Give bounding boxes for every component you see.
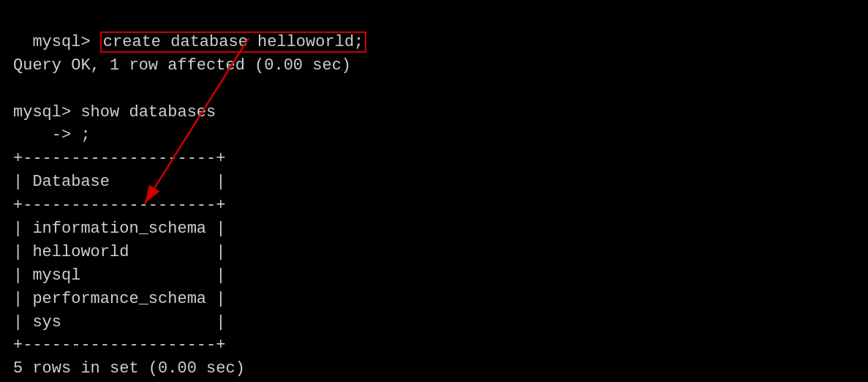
line-4: -> ; (13, 126, 91, 144)
table-border-1: +--------------------+ (13, 149, 225, 168)
prompt-1: mysql> (32, 33, 99, 51)
result-line: 5 rows in set (0.00 sec) (13, 359, 245, 378)
prompt-2: mysql> (13, 103, 80, 121)
table-row-5: | sys | (13, 313, 225, 332)
command-2: show databases (80, 103, 216, 121)
table-row-4: | performance_schema | (13, 290, 225, 308)
table-border-2: +--------------------+ (13, 196, 225, 214)
terminal-output: mysql> create database helloworld; Query… (13, 7, 855, 381)
command-highlighted: create database helloworld; (100, 31, 366, 53)
table-border-3: +--------------------+ (13, 336, 225, 354)
line-2: Query OK, 1 row affected (0.00 sec) (13, 56, 351, 75)
line-3: mysql> show databases (13, 103, 216, 121)
line-1: mysql> create database helloworld; (32, 31, 366, 53)
table-header: | Database | (13, 173, 225, 191)
table-row-1: | information_schema | (13, 220, 225, 238)
table-row-3: | mysql | (13, 266, 225, 285)
table-row-2: | helloworld | (13, 243, 225, 261)
